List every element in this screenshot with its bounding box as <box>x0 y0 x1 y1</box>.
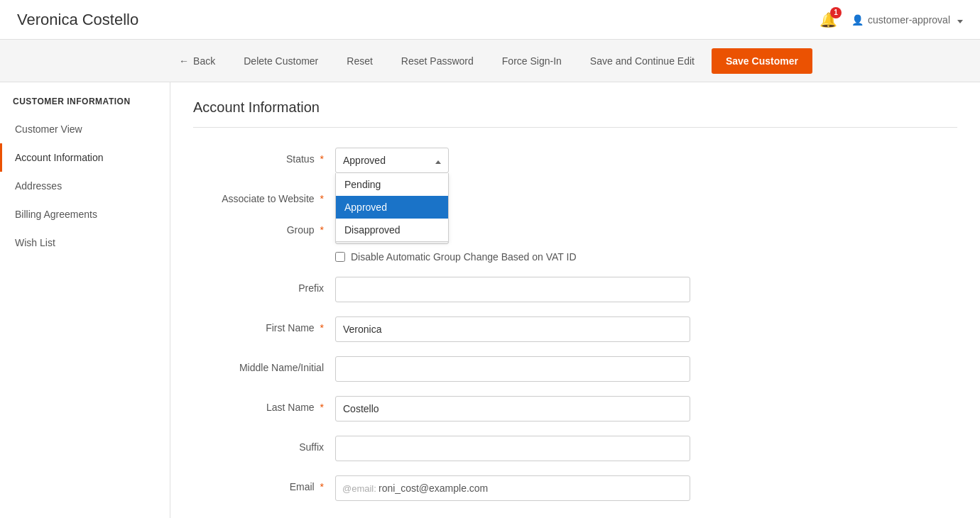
last-name-row: Last Name * <box>193 396 957 421</box>
first-name-input[interactable] <box>335 316 690 342</box>
prefix-label: Prefix <box>193 277 335 294</box>
email-input[interactable] <box>335 475 690 501</box>
notification-badge: 1 <box>830 7 842 18</box>
status-option-approved[interactable]: Approved <box>336 196 448 219</box>
sidebar-item-billing-agreements[interactable]: Billing Agreements <box>0 200 170 228</box>
group-row: Group * General Disable Automatic Group … <box>193 219 957 263</box>
associate-required: * <box>320 193 324 204</box>
prefix-input[interactable] <box>335 277 690 302</box>
first-name-required: * <box>320 322 324 334</box>
suffix-label: Suffix <box>193 436 335 453</box>
section-divider <box>193 127 957 128</box>
back-arrow-icon: ← <box>179 55 189 67</box>
status-caret-icon <box>435 155 441 166</box>
header-right: 🔔 1 👤 customer-approval <box>820 11 963 28</box>
status-option-disapproved[interactable]: Disapproved <box>336 219 448 241</box>
prefix-control <box>335 277 690 302</box>
force-signin-button[interactable]: Force Sign-In <box>491 50 573 72</box>
user-name: customer-approval <box>868 14 950 26</box>
sidebar-section-title: CUSTOMER INFORMATION <box>0 82 170 115</box>
middle-name-row: Middle Name/Initial <box>193 356 957 382</box>
reset-password-button[interactable]: Reset Password <box>390 50 485 72</box>
sidebar-item-addresses[interactable]: Addresses <box>0 172 170 200</box>
status-dropdown-wrap: Approved Pending Approved Disapproved <box>335 148 690 173</box>
status-dropdown-menu: Pending Approved Disapproved <box>335 173 449 242</box>
email-control: @email: <box>335 475 690 501</box>
suffix-row: Suffix <box>193 436 957 461</box>
first-name-control <box>335 316 690 342</box>
associate-website-row: Associate to Website * ? <box>193 187 957 204</box>
status-control: Approved Pending Approved Disapproved <box>335 148 690 173</box>
top-header: Veronica Costello 🔔 1 👤 customer-approva… <box>0 0 980 40</box>
disable-auto-group-checkbox[interactable] <box>335 252 345 262</box>
middle-name-control <box>335 356 690 382</box>
content-area: Account Information Status * Approved Pe… <box>170 82 980 518</box>
delete-customer-button[interactable]: Delete Customer <box>232 50 330 72</box>
first-name-row: First Name * <box>193 316 957 342</box>
middle-name-label: Middle Name/Initial <box>193 356 335 373</box>
prefix-row: Prefix <box>193 277 957 302</box>
save-continue-button[interactable]: Save and Continue Edit <box>579 50 706 72</box>
group-required: * <box>320 224 324 236</box>
user-icon: 👤 <box>851 14 864 26</box>
status-label: Status * <box>193 148 335 165</box>
reset-button[interactable]: Reset <box>335 50 384 72</box>
action-bar: ← Back Delete Customer Reset Reset Passw… <box>0 40 980 82</box>
email-label: Email * <box>193 475 335 492</box>
sidebar: CUSTOMER INFORMATION Customer View Accou… <box>0 82 170 518</box>
disable-auto-group-row: Disable Automatic Group Change Based on … <box>335 251 690 263</box>
page-title: Veronica Costello <box>17 11 138 29</box>
status-row: Status * Approved Pending Approved <box>193 148 957 173</box>
status-dropdown-button[interactable]: Approved <box>335 148 449 173</box>
last-name-label: Last Name * <box>193 396 335 413</box>
suffix-input[interactable] <box>335 436 690 461</box>
account-information-title: Account Information <box>193 99 957 116</box>
sidebar-item-wish-list[interactable]: Wish List <box>0 228 170 257</box>
middle-name-input[interactable] <box>335 356 690 382</box>
user-menu[interactable]: 👤 customer-approval <box>851 14 963 26</box>
group-label: Group * <box>193 219 335 236</box>
email-required: * <box>320 481 324 492</box>
last-name-input[interactable] <box>335 396 690 421</box>
main-layout: CUSTOMER INFORMATION Customer View Accou… <box>0 82 980 518</box>
status-selected-value: Approved <box>343 155 386 166</box>
suffix-control <box>335 436 690 461</box>
last-name-required: * <box>320 402 324 413</box>
sidebar-item-customer-view[interactable]: Customer View <box>0 115 170 143</box>
email-row: Email * @email: <box>193 475 957 501</box>
sidebar-item-account-information[interactable]: Account Information <box>0 143 170 172</box>
chevron-down-icon <box>954 14 963 26</box>
disable-auto-group-label: Disable Automatic Group Change Based on … <box>351 251 577 263</box>
notification-bell[interactable]: 🔔 1 <box>820 11 837 28</box>
status-option-pending[interactable]: Pending <box>336 173 448 196</box>
back-button[interactable]: ← Back <box>168 50 227 72</box>
status-required: * <box>320 153 324 165</box>
associate-label: Associate to Website * <box>193 187 335 204</box>
save-customer-button[interactable]: Save Customer <box>712 48 812 74</box>
last-name-control <box>335 396 690 421</box>
first-name-label: First Name * <box>193 316 335 334</box>
